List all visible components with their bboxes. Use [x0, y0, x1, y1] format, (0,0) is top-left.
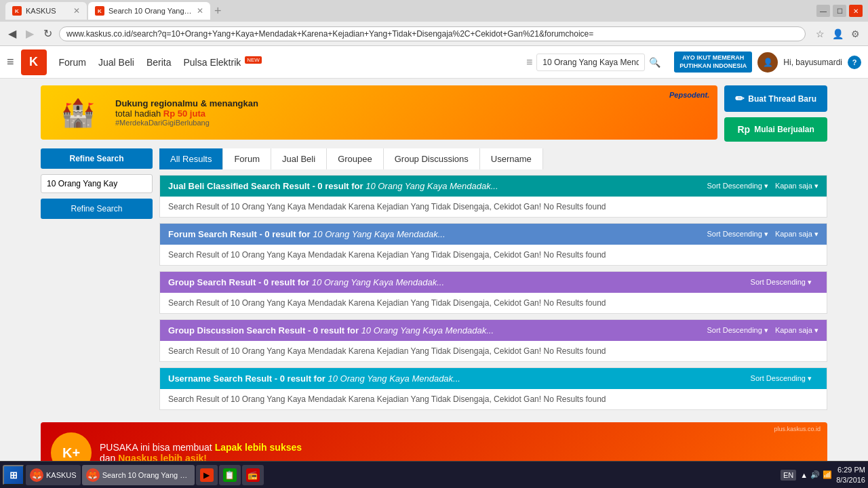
buat-thread-label: Buat Thread Baru [748, 94, 816, 104]
sidebar-search-input[interactable] [41, 174, 153, 193]
group-discussion-sort[interactable]: Sort Descending ▾ [707, 326, 768, 335]
tab-close-2[interactable]: ✕ [197, 6, 203, 16]
username-result-body: Search Result of 10 Orang Yang Kaya Mend… [160, 389, 827, 409]
username-sort[interactable]: Sort Descending ▾ [751, 374, 812, 383]
mulai-berjualan-label: Mulai Berjualan [754, 125, 814, 134]
address-bar[interactable]: www.kaskus.co.id/search?q=10+Orang+Yang+… [59, 26, 806, 41]
kaskus-logo[interactable]: K [21, 49, 47, 75]
taskbar-start-button[interactable]: ⊞ [3, 465, 24, 485]
taskbar-item-3[interactable]: ▶ [196, 465, 218, 485]
browser-tab-1[interactable]: K KASKUS ✕ [5, 2, 87, 20]
group-discussion-result-section: Group Discussion Search Result - 0 resul… [159, 319, 827, 362]
nav-search-input[interactable] [536, 54, 645, 71]
browser-tabs: K KASKUS ✕ K Search 10 Orang Yang Ka... … [5, 2, 224, 20]
promo-line1: AYO IKUT MEMERAH [679, 54, 747, 62]
taskbar-item-2-label: Search 10 Orang Yang Ka... [102, 471, 191, 479]
mulai-berjualan-button[interactable]: Rp Mulai Berjualan [724, 117, 827, 142]
new-tab-button[interactable]: + [212, 4, 224, 18]
forward-button[interactable]: ▶ [23, 26, 37, 41]
main-results: All Results Forum Jual Beli Groupee Grou… [159, 148, 827, 415]
system-clock: 6:29 PM 8/3/2016 [836, 465, 865, 485]
buat-thread-button[interactable]: ✏ Buat Thread Baru [724, 85, 827, 112]
group-sort[interactable]: Sort Descending ▾ [751, 278, 812, 287]
group-discussion-kapan[interactable]: Kapan saja ▾ [775, 326, 818, 335]
browser-toolbar: ◀ ▶ ↻ www.kaskus.co.id/search?q=10+Orang… [0, 22, 868, 46]
mulai-rp-icon: Rp [737, 124, 750, 135]
settings-icon[interactable]: ⚙ [848, 26, 863, 41]
taskbar-right: EN ▲ 🔊 📶 6:29 PM 8/3/2016 [781, 465, 865, 485]
user-avatar[interactable]: 👤 [757, 52, 778, 73]
help-button[interactable]: ? [848, 56, 861, 69]
group-discussion-result-title: Group Discussion Search Result - 0 resul… [168, 325, 707, 336]
tab-group-discussions[interactable]: Group Discussions [384, 148, 480, 169]
browser-titlebar: K KASKUS ✕ K Search 10 Orang Yang Ka... … [0, 0, 868, 22]
browser-tab-2[interactable]: K Search 10 Orang Yang Ka... ✕ [88, 2, 210, 20]
nav-jual-beli[interactable]: Jual Beli [98, 57, 134, 68]
address-text: www.kaskus.co.id/search?q=10+Orang+Yang+… [66, 29, 798, 39]
maximize-button[interactable]: ☐ [833, 5, 846, 17]
banner-amount: Rp 50 juta [163, 108, 205, 119]
tab-groupee[interactable]: Groupee [327, 148, 384, 169]
window-controls: — ☐ ✕ [816, 5, 863, 17]
forum-result-header: Forum Search Result - 0 result for 10 Or… [160, 224, 827, 245]
banner-line2: total hadiah Rp 50 juta [115, 108, 258, 119]
taskbar-item-1-label: KASKUS [46, 471, 77, 479]
taskbar-item-4[interactable]: 📋 [219, 465, 241, 485]
back-button[interactable]: ◀ [5, 26, 19, 41]
search-content: Refine Search Refine Search All Results … [34, 148, 834, 415]
jual-beli-result-body: Search Result of 10 Orang Yang Kaya Mend… [160, 197, 827, 217]
group-result-title: Group Search Result - 0 result for 10 Or… [168, 277, 751, 287]
forum-kapan[interactable]: Kapan saja ▾ [775, 230, 818, 239]
nav-search-area: ≡ 🔍 [526, 54, 660, 71]
language-indicator: EN [781, 470, 796, 481]
avatar-icon[interactable]: 👤 [830, 26, 845, 41]
forum-result-title: Forum Search Result - 0 result for 10 Or… [168, 229, 707, 239]
top-navigation: ≡ K Forum Jual Beli Berita Pulsa Elektri… [0, 46, 868, 79]
speaker-icon: 🔊 [810, 470, 820, 479]
nav-forum[interactable]: Forum [59, 57, 86, 68]
bookmark-icon[interactable]: ☆ [812, 26, 827, 41]
promo-banner[interactable]: AYO IKUT MEMERAH PUTIHKAN INDONESIA [674, 52, 752, 73]
systray: ▲ 🔊 📶 [800, 470, 832, 479]
jual-beli-kapan[interactable]: Kapan saja ▾ [775, 182, 818, 190]
tab-all-results[interactable]: All Results [159, 148, 223, 169]
bottom-banner-line1: PUSAKA ini bisa membuat Lapak lebih suks… [100, 442, 302, 453]
sidebar-refine-button[interactable]: Refine Search [41, 199, 153, 219]
forum-sort[interactable]: Sort Descending ▾ [707, 230, 768, 239]
group-discussion-result-header: Group Discussion Search Result - 0 resul… [160, 320, 827, 341]
tab-favicon-1: K [12, 6, 22, 16]
tab-jual-beli[interactable]: Jual Beli [271, 148, 327, 169]
banner-text: Dukung regionalmu & menangkan total hadi… [115, 98, 258, 127]
hamburger-menu-icon[interactable]: ≡ [7, 55, 14, 69]
banner-sponsor: Pepsodent. [669, 91, 709, 99]
nav-hamburger2-icon[interactable]: ≡ [526, 56, 532, 68]
banner-line1: Dukung regionalmu & menangkan [115, 98, 258, 108]
nav-search-button[interactable]: 🔍 [649, 57, 660, 68]
taskbar-item-5[interactable]: 📻 [242, 465, 264, 485]
close-button[interactable]: ✕ [849, 5, 863, 17]
start-icon: ⊞ [9, 470, 18, 481]
tab-close-1[interactable]: ✕ [73, 6, 80, 16]
search-tabs: All Results Forum Jual Beli Groupee Grou… [159, 148, 827, 169]
nav-pulsa[interactable]: Pulsa Elektrik NEW [183, 57, 261, 68]
jual-beli-sort[interactable]: Sort Descending ▾ [707, 182, 768, 190]
taskbar-firefox-icon: 🦊 [30, 468, 43, 482]
tab-title-2: Search 10 Orang Yang Ka... [108, 7, 193, 15]
nav-username: Hi, bayusumardi [783, 58, 842, 67]
minimize-button[interactable]: — [816, 5, 830, 17]
banner-line3: #MerdekaDariGigiBerlubang [115, 119, 258, 127]
promo-image: AYO IKUT MEMERAH PUTIHKAN INDONESIA [674, 52, 752, 73]
browser-chrome: K KASKUS ✕ K Search 10 Orang Yang Ka... … [0, 0, 868, 46]
bottom-banner-highlight1: Lapak lebih sukses [215, 442, 302, 453]
taskbar-item-2[interactable]: 🦊 Search 10 Orang Yang Ka... [82, 465, 195, 485]
refine-search-button[interactable]: Refine Search [41, 148, 153, 169]
tab-username[interactable]: Username [480, 148, 543, 169]
tab-forum[interactable]: Forum [223, 148, 271, 169]
reload-button[interactable]: ↻ [41, 26, 55, 41]
nav-berita[interactable]: Berita [146, 57, 172, 68]
taskbar-media-icon: ▶ [200, 468, 214, 482]
jual-beli-result-header: Jual Beli Classified Search Result - 0 r… [160, 176, 827, 197]
taskbar-item-1[interactable]: 🦊 KASKUS [26, 465, 81, 485]
forum-result-body: Search Result of 10 Orang Yang Kaya Mend… [160, 245, 827, 265]
taskbar: ⊞ 🦊 KASKUS 🦊 Search 10 Orang Yang Ka... … [0, 461, 868, 488]
